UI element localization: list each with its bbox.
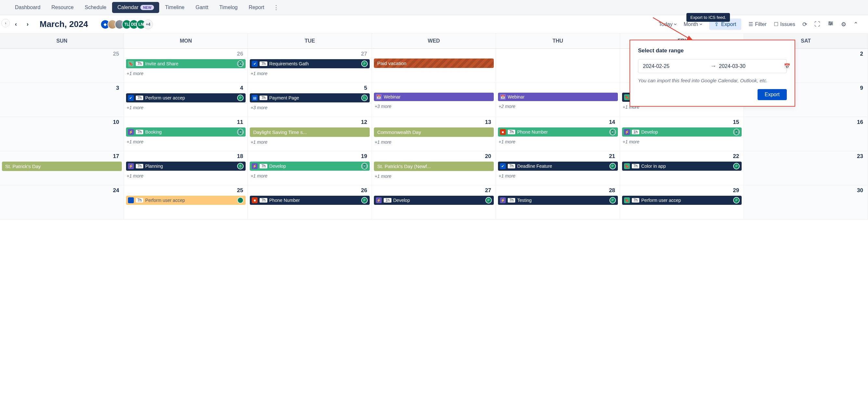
calendar-cell[interactable]: 14■7hPhone NumberDD+1 more <box>496 117 620 151</box>
day-number: 27 <box>374 187 494 196</box>
more-events-link[interactable]: +1 more <box>126 103 246 112</box>
view-dropdown[interactable]: Month <box>683 21 702 28</box>
more-events-link[interactable]: +1 more <box>498 137 618 146</box>
tab-gantt[interactable]: Gantt <box>190 2 213 13</box>
avatar-more[interactable]: +4 <box>143 20 153 29</box>
calendar-cell[interactable]: 📅Webinar+2 more <box>496 83 620 117</box>
calendar-cell[interactable]: 25✔7hPerform user accepP <box>124 185 248 220</box>
issues-button[interactable]: ☐ Issues <box>774 21 795 27</box>
tabs-overflow-menu[interactable]: ⋮ <box>270 2 282 13</box>
more-events-link[interactable]: +3 more <box>374 102 494 111</box>
settings-sliders-icon[interactable] <box>827 20 834 28</box>
calendar-cell[interactable]: 23 <box>744 151 868 185</box>
date-to-input[interactable] <box>719 63 784 69</box>
calendar-event[interactable]: Daylight Saving Time s... <box>250 128 370 137</box>
calendar-event[interactable]: ✔7hDeadline FeatureP <box>498 162 618 171</box>
calendar-event[interactable]: 📅Webinar <box>498 93 618 101</box>
calendar-event[interactable]: ⚡7hDevelopDD <box>250 162 370 171</box>
tab-timeline[interactable]: Timeline <box>160 2 190 13</box>
calendar-event[interactable]: 🔖7hPerform user accepP <box>622 196 742 205</box>
calendar-cell[interactable]: 17St. Patrick's Day <box>0 151 124 185</box>
calendar-cell[interactable]: 27⚡1hDevelopP <box>372 185 496 220</box>
calendar-cell[interactable]: 10 <box>0 117 124 151</box>
calendar-event[interactable]: ■7hPhone NumberP <box>250 196 370 205</box>
calendar-event[interactable]: St. Patrick's Day (Newf... <box>374 162 494 171</box>
calendar-icon[interactable]: 📅 <box>784 63 790 69</box>
more-events-link[interactable]: +1 more <box>126 137 246 146</box>
calendar-cell[interactable]: 📅Webinar+3 more <box>372 83 496 117</box>
calendar-event[interactable]: ⚡7hPlanningB <box>126 162 246 171</box>
calendar-cell[interactable]: 4✔7hPerform user accepP+1 more <box>124 83 248 117</box>
calendar-cell[interactable] <box>496 49 620 83</box>
tab-resource[interactable]: Resource <box>46 2 79 13</box>
tab-schedule[interactable]: Schedule <box>80 2 112 13</box>
more-events-link[interactable]: +1 more <box>498 171 618 180</box>
calendar-cell[interactable]: 3 <box>0 83 124 117</box>
tab-calendar[interactable]: Calendar NEW <box>112 2 159 13</box>
calendar-cell[interactable]: 16 <box>744 117 868 151</box>
day-number: 24 <box>2 187 122 196</box>
calendar-event[interactable]: ⚡1hDevelopP <box>374 196 494 205</box>
calendar-cell[interactable]: 5▤7hPayment PageTL+3 more <box>248 83 372 117</box>
next-month-button[interactable]: › <box>25 20 31 29</box>
more-events-link[interactable]: +1 more <box>250 138 370 147</box>
toolbar-left: ‹ › March, 2024 ◆ TL DD LN +4 <box>13 19 153 29</box>
sidebar-expand-chip[interactable]: › <box>1 19 10 27</box>
calendar-cell[interactable]: 26🔖7hInvite and ShareDD+1 more <box>124 49 248 83</box>
calendar-cell[interactable]: 21✔7hDeadline FeatureP+1 more <box>496 151 620 185</box>
calendar-event[interactable]: ⚡7hBookingDD <box>126 128 246 137</box>
calendar-event[interactable]: St. Patrick's Day <box>2 162 122 171</box>
more-events-link[interactable]: +2 more <box>498 102 618 111</box>
calendar-cell[interactable]: 18⚡7hPlanningB+1 more <box>124 151 248 185</box>
calendar-event[interactable]: 🔖7hColor in appP <box>622 162 742 171</box>
date-from-input[interactable] <box>643 63 708 69</box>
tab-timelog[interactable]: Timelog <box>214 2 243 13</box>
more-events-link[interactable]: +1 more <box>126 69 246 78</box>
more-events-link[interactable]: +1 more <box>374 172 494 181</box>
calendar-cell[interactable]: 25 <box>0 49 124 83</box>
calendar-event[interactable]: Paid vacation <box>374 58 494 68</box>
calendar-event[interactable]: ✔7hRequirements GathP <box>250 59 370 68</box>
calendar-cell[interactable]: 26■7hPhone NumberP <box>248 185 372 220</box>
more-events-link[interactable]: +1 more <box>622 137 742 146</box>
calendar-event[interactable]: 📅Webinar <box>374 93 494 101</box>
date-range-input[interactable]: → 📅 <box>638 59 787 73</box>
collapse-chevron-icon[interactable]: ⌃ <box>854 21 858 28</box>
calendar-cell[interactable]: 13Commonwealth Day+1 more <box>372 117 496 151</box>
gear-icon[interactable]: ⚙ <box>841 21 846 28</box>
more-events-link[interactable]: +1 more <box>374 138 494 147</box>
tab-report[interactable]: Report <box>243 2 269 13</box>
calendar-cell[interactable]: 22🔖7hColor in appP <box>620 151 744 185</box>
filter-button[interactable]: ☰ Filter <box>748 21 767 27</box>
calendar-event[interactable]: ✔7hPerform user accepP <box>126 93 246 103</box>
more-events-link[interactable]: +1 more <box>126 171 246 180</box>
calendar-cell[interactable]: 27✔7hRequirements GathP+1 more <box>248 49 372 83</box>
calendar-cell[interactable]: 15⚡1hDevelopDD+1 more <box>620 117 744 151</box>
calendar-cell[interactable]: 24 <box>0 185 124 220</box>
calendar-cell[interactable]: 29🔖7hPerform user accepP <box>620 185 744 220</box>
calendar-cell[interactable]: Paid vacation <box>372 49 496 83</box>
calendar-event[interactable]: ▤7hPayment PageTL <box>250 93 370 103</box>
calendar-cell[interactable]: 20St. Patrick's Day (Newf...+1 more <box>372 151 496 185</box>
tab-dashboard[interactable]: Dashboard <box>10 2 45 13</box>
calendar-cell[interactable]: 19⚡7hDevelopDD+1 more <box>248 151 372 185</box>
calendar-event[interactable]: ■7hPhone NumberDD <box>498 128 618 137</box>
fullscreen-icon[interactable]: ⛶ <box>814 21 820 28</box>
calendar-event[interactable]: ⚡7hTestingP <box>498 196 618 205</box>
calendar-event[interactable]: ⚡1hDevelopDD <box>622 128 742 137</box>
calendar-cell[interactable]: 28⚡7hTestingP <box>496 185 620 220</box>
refresh-icon[interactable]: ⟳ <box>802 21 807 28</box>
calendar-event[interactable]: Commonwealth Day <box>374 128 494 137</box>
calendar-event[interactable]: ✔7hPerform user accepP <box>126 196 246 205</box>
calendar-cell[interactable]: 12Daylight Saving Time s...+1 more <box>248 117 372 151</box>
calendar-cell[interactable]: 11⚡7hBookingDD+1 more <box>124 117 248 151</box>
popover-export-button[interactable]: Export <box>757 89 787 100</box>
today-dropdown[interactable]: Today <box>659 21 677 28</box>
more-events-link[interactable]: +3 more <box>250 103 370 112</box>
calendar-event[interactable]: 🔖7hInvite and ShareDD <box>126 59 246 68</box>
prev-month-button[interactable]: ‹ <box>13 20 19 29</box>
more-events-link[interactable]: +1 more <box>250 69 370 78</box>
more-events-link[interactable]: +1 more <box>250 171 370 180</box>
day-number: 17 <box>2 153 122 162</box>
calendar-cell[interactable]: 30 <box>744 185 868 220</box>
